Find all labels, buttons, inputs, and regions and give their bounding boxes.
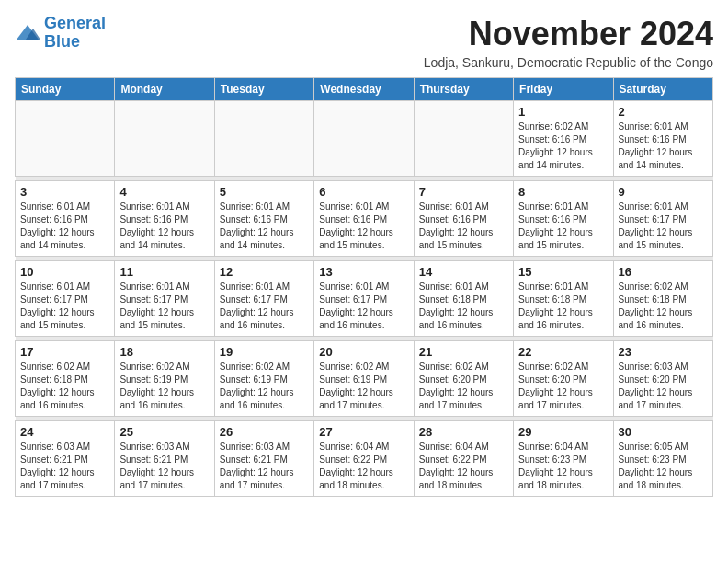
day-info: Sunrise: 6:01 AM Sunset: 6:17 PM Dayligh…: [119, 281, 209, 332]
page-header: General Blue November 2024 Lodja, Sankur…: [15, 15, 713, 70]
day-number: 30: [619, 425, 708, 439]
calendar-header: SundayMondayTuesdayWednesdayThursdayFrid…: [16, 78, 713, 101]
day-number: 6: [319, 185, 408, 199]
day-number: 4: [119, 185, 209, 199]
day-number: 5: [220, 185, 309, 199]
day-info: Sunrise: 6:02 AM Sunset: 6:20 PM Dayligh…: [518, 361, 608, 412]
calendar-cell: 17Sunrise: 6:02 AM Sunset: 6:18 PM Dayli…: [16, 341, 115, 417]
day-number: 14: [419, 265, 508, 279]
calendar-cell: [115, 101, 214, 177]
calendar-cell: 9Sunrise: 6:01 AM Sunset: 6:17 PM Daylig…: [613, 181, 712, 257]
day-info: Sunrise: 6:02 AM Sunset: 6:18 PM Dayligh…: [619, 281, 708, 332]
day-info: Sunrise: 6:01 AM Sunset: 6:17 PM Dayligh…: [20, 281, 109, 332]
day-number: 7: [419, 185, 508, 199]
day-info: Sunrise: 6:01 AM Sunset: 6:16 PM Dayligh…: [220, 201, 309, 252]
header-row: SundayMondayTuesdayWednesdayThursdayFrid…: [16, 78, 713, 101]
calendar-cell: 15Sunrise: 6:01 AM Sunset: 6:18 PM Dayli…: [514, 261, 613, 337]
day-info: Sunrise: 6:01 AM Sunset: 6:17 PM Dayligh…: [319, 281, 408, 332]
logo-icon: [15, 23, 40, 43]
month-title: November 2024: [424, 15, 713, 53]
calendar-cell: [16, 101, 115, 177]
day-number: 20: [319, 345, 408, 359]
calendar-cell: 20Sunrise: 6:02 AM Sunset: 6:19 PM Dayli…: [314, 341, 414, 417]
day-info: Sunrise: 6:01 AM Sunset: 6:16 PM Dayligh…: [119, 201, 209, 252]
day-header-friday: Friday: [514, 78, 613, 101]
calendar-cell: 26Sunrise: 6:03 AM Sunset: 6:21 PM Dayli…: [214, 421, 313, 497]
day-info: Sunrise: 6:02 AM Sunset: 6:18 PM Dayligh…: [20, 361, 109, 412]
day-info: Sunrise: 6:01 AM Sunset: 6:18 PM Dayligh…: [419, 281, 508, 332]
calendar-cell: 14Sunrise: 6:01 AM Sunset: 6:18 PM Dayli…: [414, 261, 513, 337]
calendar-cell: 18Sunrise: 6:02 AM Sunset: 6:19 PM Dayli…: [115, 341, 214, 417]
day-header-tuesday: Tuesday: [214, 78, 313, 101]
calendar-cell: 30Sunrise: 6:05 AM Sunset: 6:23 PM Dayli…: [613, 421, 712, 497]
day-info: Sunrise: 6:01 AM Sunset: 6:16 PM Dayligh…: [20, 201, 109, 252]
day-info: Sunrise: 6:04 AM Sunset: 6:23 PM Dayligh…: [518, 441, 608, 492]
day-header-sunday: Sunday: [16, 78, 115, 101]
day-number: 29: [518, 425, 608, 439]
title-block: November 2024 Lodja, Sankuru, Democratic…: [424, 15, 713, 70]
calendar-cell: 25Sunrise: 6:03 AM Sunset: 6:21 PM Dayli…: [115, 421, 214, 497]
day-info: Sunrise: 6:04 AM Sunset: 6:22 PM Dayligh…: [419, 441, 508, 492]
day-info: Sunrise: 6:01 AM Sunset: 6:16 PM Dayligh…: [419, 201, 508, 252]
day-number: 16: [619, 265, 708, 279]
day-number: 18: [119, 345, 209, 359]
day-info: Sunrise: 6:02 AM Sunset: 6:19 PM Dayligh…: [220, 361, 309, 412]
calendar-cell: 4Sunrise: 6:01 AM Sunset: 6:16 PM Daylig…: [115, 181, 214, 257]
calendar-row-3: 10Sunrise: 6:01 AM Sunset: 6:17 PM Dayli…: [16, 261, 713, 337]
day-number: 8: [518, 185, 608, 199]
calendar-cell: 5Sunrise: 6:01 AM Sunset: 6:16 PM Daylig…: [214, 181, 313, 257]
day-header-saturday: Saturday: [613, 78, 712, 101]
logo-text: General Blue: [44, 15, 106, 52]
calendar-cell: 16Sunrise: 6:02 AM Sunset: 6:18 PM Dayli…: [613, 261, 712, 337]
day-number: 1: [518, 105, 608, 119]
day-number: 10: [20, 265, 109, 279]
day-info: Sunrise: 6:02 AM Sunset: 6:20 PM Dayligh…: [419, 361, 508, 412]
day-number: 19: [220, 345, 309, 359]
calendar-cell: 1Sunrise: 6:02 AM Sunset: 6:16 PM Daylig…: [514, 101, 613, 177]
day-header-monday: Monday: [115, 78, 214, 101]
calendar-cell: [214, 101, 313, 177]
calendar-body: 1Sunrise: 6:02 AM Sunset: 6:16 PM Daylig…: [16, 101, 713, 497]
calendar-cell: 11Sunrise: 6:01 AM Sunset: 6:17 PM Dayli…: [115, 261, 214, 337]
day-info: Sunrise: 6:02 AM Sunset: 6:16 PM Dayligh…: [518, 121, 608, 172]
day-number: 27: [319, 425, 408, 439]
day-header-wednesday: Wednesday: [314, 78, 414, 101]
day-number: 15: [518, 265, 608, 279]
calendar-cell: 24Sunrise: 6:03 AM Sunset: 6:21 PM Dayli…: [16, 421, 115, 497]
day-info: Sunrise: 6:01 AM Sunset: 6:17 PM Dayligh…: [619, 201, 708, 252]
day-number: 9: [619, 185, 708, 199]
calendar-cell: 7Sunrise: 6:01 AM Sunset: 6:16 PM Daylig…: [414, 181, 513, 257]
calendar-cell: 3Sunrise: 6:01 AM Sunset: 6:16 PM Daylig…: [16, 181, 115, 257]
day-number: 22: [518, 345, 608, 359]
calendar-table: SundayMondayTuesdayWednesdayThursdayFrid…: [15, 77, 713, 497]
calendar-row-4: 17Sunrise: 6:02 AM Sunset: 6:18 PM Dayli…: [16, 341, 713, 417]
day-info: Sunrise: 6:03 AM Sunset: 6:20 PM Dayligh…: [619, 361, 708, 412]
day-number: 13: [319, 265, 408, 279]
day-info: Sunrise: 6:02 AM Sunset: 6:19 PM Dayligh…: [119, 361, 209, 412]
calendar-cell: 28Sunrise: 6:04 AM Sunset: 6:22 PM Dayli…: [414, 421, 513, 497]
calendar-cell: 23Sunrise: 6:03 AM Sunset: 6:20 PM Dayli…: [613, 341, 712, 417]
logo: General Blue: [15, 15, 106, 52]
day-number: 24: [20, 425, 109, 439]
day-number: 2: [619, 105, 708, 119]
day-number: 25: [119, 425, 209, 439]
day-number: 23: [619, 345, 708, 359]
day-info: Sunrise: 6:01 AM Sunset: 6:16 PM Dayligh…: [319, 201, 408, 252]
day-info: Sunrise: 6:01 AM Sunset: 6:17 PM Dayligh…: [220, 281, 309, 332]
calendar-cell: 13Sunrise: 6:01 AM Sunset: 6:17 PM Dayli…: [314, 261, 414, 337]
calendar-cell: 12Sunrise: 6:01 AM Sunset: 6:17 PM Dayli…: [214, 261, 313, 337]
calendar-cell: 21Sunrise: 6:02 AM Sunset: 6:20 PM Dayli…: [414, 341, 513, 417]
calendar-cell: 6Sunrise: 6:01 AM Sunset: 6:16 PM Daylig…: [314, 181, 414, 257]
day-number: 3: [20, 185, 109, 199]
calendar-cell: 10Sunrise: 6:01 AM Sunset: 6:17 PM Dayli…: [16, 261, 115, 337]
calendar-cell: [314, 101, 414, 177]
day-info: Sunrise: 6:01 AM Sunset: 6:16 PM Dayligh…: [518, 201, 608, 252]
location-subtitle: Lodja, Sankuru, Democratic Republic of t…: [424, 55, 713, 70]
day-info: Sunrise: 6:01 AM Sunset: 6:18 PM Dayligh…: [518, 281, 608, 332]
day-info: Sunrise: 6:02 AM Sunset: 6:19 PM Dayligh…: [319, 361, 408, 412]
day-header-thursday: Thursday: [414, 78, 513, 101]
day-info: Sunrise: 6:05 AM Sunset: 6:23 PM Dayligh…: [619, 441, 708, 492]
day-number: 12: [220, 265, 309, 279]
day-number: 21: [419, 345, 508, 359]
calendar-cell: 2Sunrise: 6:01 AM Sunset: 6:16 PM Daylig…: [613, 101, 712, 177]
